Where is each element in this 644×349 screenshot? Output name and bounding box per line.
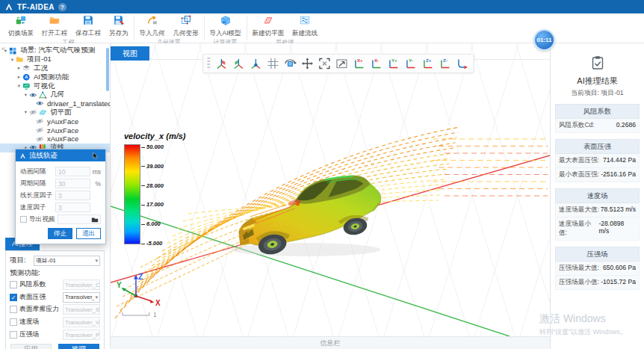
- tab-view[interactable]: 视图: [111, 46, 149, 61]
- export-video-checkbox[interactable]: [20, 216, 27, 223]
- folder-icon[interactable]: [91, 213, 99, 226]
- surface-pressure-model-select[interactable]: Transolver_SurfacePres▾: [63, 292, 100, 303]
- results-subtitle: 当前项目: 项目-01: [551, 89, 644, 98]
- save-as-button[interactable]: 另存为: [109, 14, 129, 38]
- tree-item-yauxface[interactable]: yAuxFace: [0, 117, 110, 126]
- animation-interval-input[interactable]: 10: [55, 167, 90, 176]
- apply-button[interactable]: 应用: [10, 344, 52, 349]
- tree-item-zauxface[interactable]: zAuxFace: [0, 126, 110, 135]
- visibility-off-icon[interactable]: [36, 135, 45, 143]
- cycle-interval-input[interactable]: 30: [55, 179, 90, 188]
- visibility-off-icon[interactable]: [36, 126, 45, 135]
- view-x-plus-button[interactable]: X+: [351, 56, 366, 71]
- dialog-title: 流线轨迹: [29, 151, 58, 161]
- result-section: 风阻系数风阻系数Cd:0.2686: [555, 104, 640, 133]
- tree-item-ai-predict[interactable]: ▸AAI预测功能: [0, 72, 110, 81]
- geometry-deform-button[interactable]: 几何变形: [173, 14, 199, 38]
- checkbox-velocity-field[interactable]: [10, 318, 17, 326]
- expander-icon[interactable]: ▸: [16, 74, 22, 80]
- tree-item-cut-planes[interactable]: ▾切平面: [0, 108, 110, 117]
- tree-scrollbar[interactable]: [106, 48, 109, 91]
- new-streamline-button[interactable]: 新建流线: [292, 14, 318, 38]
- tree-item-working-conditions[interactable]: ▸工况: [0, 64, 110, 73]
- ribbon-group: 切换场景打开工程保存工程另存为工程: [3, 14, 134, 43]
- export-path-input[interactable]: [58, 214, 101, 224]
- save-icon: [82, 14, 94, 29]
- svg-text:Y-: Y-: [409, 58, 413, 63]
- predict-functions-label: 预测功能:: [10, 268, 100, 278]
- stop-button[interactable]: 停止: [48, 228, 72, 239]
- ribbon-group: 导入几何几何变形几何设置: [134, 14, 204, 43]
- visibility-off-icon[interactable]: [36, 117, 45, 126]
- tree-item-label: drivaer_1_translated: [47, 99, 110, 108]
- velocity-field-model-input[interactable]: Transolver_Velocity: [63, 317, 100, 327]
- view-x-minus-button[interactable]: X-: [368, 56, 383, 71]
- expander-icon[interactable]: ▾: [16, 83, 22, 89]
- expander-icon[interactable]: ▸: [16, 65, 22, 71]
- view-z-plus-button[interactable]: Z+: [420, 56, 435, 71]
- ai-icon: A: [22, 73, 31, 81]
- checkbox-surface-pressure[interactable]: ✓: [10, 294, 17, 301]
- expander-icon[interactable]: ▾: [9, 57, 16, 63]
- result-section-title: 表面压强: [555, 139, 640, 154]
- import-ai-model-button[interactable]: AI导入AI模型: [210, 14, 241, 38]
- checkbox-pressure-field[interactable]: [10, 331, 17, 339]
- checkbox-surface-wss[interactable]: [10, 306, 17, 313]
- streamline-icon: [299, 14, 311, 29]
- cd-model-input[interactable]: Transolver_Cd: [63, 279, 100, 290]
- open-project-button[interactable]: 打开工程: [42, 14, 67, 38]
- tree-item-scene-root[interactable]: ▾场景: 汽车气动气噪预测: [0, 46, 110, 55]
- app-title: TF-AIDEA: [17, 3, 55, 11]
- collapse-sidebar-button[interactable]: «: [1, 45, 5, 52]
- line-length-factor-input[interactable]: 3: [55, 191, 90, 200]
- surface-wss-model-input[interactable]: Transolver_SurfaceWss: [63, 304, 100, 315]
- result-section-title: 压强场: [555, 247, 640, 262]
- timer-badge[interactable]: 01:11: [533, 29, 555, 51]
- tree-item-visualization[interactable]: ▾可视化: [0, 81, 110, 90]
- tree-item-label: 切平面: [50, 108, 72, 117]
- view-iso-z-button[interactable]: [248, 56, 263, 71]
- predict-label: 压强场: [19, 330, 63, 339]
- visibility-on-icon[interactable]: [29, 90, 38, 99]
- tree-item-xauxface[interactable]: xAuxFace: [0, 135, 110, 143]
- expander-icon[interactable]: ▾: [22, 109, 29, 115]
- toolbar-drag-handle[interactable]: [207, 58, 210, 70]
- pressure-field-model-input[interactable]: Transolver_Pressure: [63, 330, 100, 340]
- view-y-plus-button[interactable]: Y+: [386, 56, 400, 71]
- tree-item-drivaer-mesh[interactable]: drivaer_1_translated: [0, 99, 110, 108]
- zoom-window-button[interactable]: [334, 56, 349, 71]
- exit-button[interactable]: 退出: [76, 228, 101, 239]
- toggle-grid-button[interactable]: [265, 56, 280, 71]
- expander-icon[interactable]: ▾: [22, 92, 29, 98]
- result-row: 速度场最小值:-28.0898 m/s: [555, 217, 640, 241]
- x-axis-label: X: [155, 299, 161, 307]
- view-axis-flip-button[interactable]: [454, 56, 469, 71]
- pan-move-button[interactable]: [300, 56, 315, 71]
- view-y-minus-button[interactable]: Y-: [403, 56, 418, 71]
- import-geometry-button[interactable]: 导入几何: [140, 14, 165, 38]
- predict-row-pressure-field: 压强场Transolver_Pressure: [10, 330, 100, 340]
- viewport-toolbar: X+X-Y+Y-Z+Z-: [202, 54, 474, 73]
- view-iso-y-button[interactable]: [231, 56, 246, 71]
- visibility-off-icon[interactable]: [29, 108, 38, 117]
- orbit-rotate-button[interactable]: [282, 56, 297, 71]
- project-select[interactable]: 项目-01▾: [34, 256, 100, 266]
- switch-scene-button[interactable]: 切换场景: [8, 14, 34, 38]
- save-project-button[interactable]: 保存工程: [75, 14, 101, 38]
- dialog-title-bar[interactable]: 流线轨迹: [16, 149, 105, 161]
- tree-item-geometry[interactable]: ▾几何: [0, 90, 110, 99]
- infer-button[interactable]: 推理: [58, 344, 99, 349]
- help-icon[interactable]: ?: [58, 3, 66, 11]
- result-section: 速度场速度场最大值:78.5123 m/s速度场最小值:-28.0898 m/s: [555, 188, 640, 241]
- fit-view-button[interactable]: [317, 56, 332, 71]
- view-iso-x-button[interactable]: [214, 56, 229, 71]
- tree-item-project-01[interactable]: ▾项目-01: [0, 55, 110, 64]
- checkbox-cd[interactable]: [10, 281, 17, 288]
- speed-factor-input[interactable]: 3: [55, 203, 90, 212]
- viewport-3d[interactable]: 视图 X+X-Y+Y-Z+Z-: [111, 43, 551, 349]
- visibility-on-icon[interactable]: [36, 99, 45, 108]
- predict-label: 速度场: [19, 318, 63, 327]
- view-z-minus-button[interactable]: Z-: [437, 56, 452, 71]
- car-shadow: [232, 243, 381, 256]
- new-cut-plane-button[interactable]: 新建切平面: [253, 14, 285, 38]
